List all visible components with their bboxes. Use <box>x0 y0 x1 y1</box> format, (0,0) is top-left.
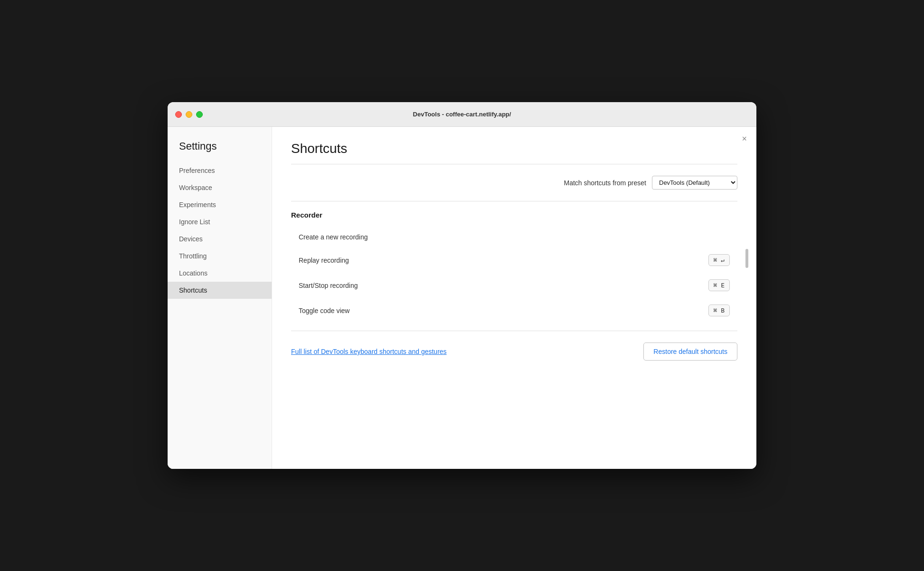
shortcut-label-startstop: Start/Stop recording <box>299 282 708 289</box>
maximize-traffic-light[interactable] <box>196 111 203 118</box>
titlebar: DevTools - coffee-cart.netlify.app/ <box>168 102 756 127</box>
sidebar-item-experiments[interactable]: Experiments <box>168 196 272 213</box>
sidebar-item-shortcuts[interactable]: Shortcuts <box>168 282 272 299</box>
shortcut-row-startstop: Start/Stop recording ⌘ E <box>291 273 737 298</box>
devtools-window: DevTools - coffee-cart.netlify.app/ Sett… <box>168 102 756 469</box>
preset-select[interactable]: DevTools (Default) Visual Studio Code <box>652 176 737 190</box>
sidebar-heading: Settings <box>168 140 272 162</box>
window-title: DevTools - coffee-cart.netlify.app/ <box>413 111 511 118</box>
sidebar-item-ignore-list[interactable]: Ignore List <box>168 213 272 230</box>
preset-label: Match shortcuts from preset <box>564 179 646 187</box>
sidebar-item-preferences[interactable]: Preferences <box>168 162 272 179</box>
shortcut-label-create: Create a new recording <box>299 233 730 241</box>
key-badge-toggle: ⌘ B <box>708 305 730 316</box>
minimize-traffic-light[interactable] <box>186 111 192 118</box>
sidebar-item-throttling[interactable]: Throttling <box>168 247 272 265</box>
sidebar-item-locations[interactable]: Locations <box>168 265 272 282</box>
main-content: × Shortcuts Match shortcuts from preset … <box>272 127 756 469</box>
section-divider <box>291 201 737 201</box>
close-button[interactable]: × <box>742 134 747 143</box>
sidebar-item-devices[interactable]: Devices <box>168 230 272 247</box>
close-traffic-light[interactable] <box>175 111 182 118</box>
sidebar: Settings Preferences Workspace Experimen… <box>168 127 272 469</box>
footer: Full list of DevTools keyboard shortcuts… <box>291 331 737 364</box>
shortcuts-section: Recorder Create a new recording Replay r… <box>291 211 737 323</box>
traffic-lights <box>175 111 203 118</box>
scrollbar-track[interactable] <box>745 211 749 323</box>
restore-defaults-button[interactable]: Restore default shortcuts <box>643 343 737 361</box>
scrollbar-thumb <box>745 249 748 268</box>
full-list-link[interactable]: Full list of DevTools keyboard shortcuts… <box>291 348 447 355</box>
shortcut-row-replay: Replay recording ⌘ ↵ <box>291 247 737 273</box>
page-title: Shortcuts <box>291 141 737 156</box>
top-divider <box>291 164 737 164</box>
shortcut-label-toggle: Toggle code view <box>299 307 708 314</box>
preset-row: Match shortcuts from preset DevTools (De… <box>291 176 737 190</box>
key-badge-startstop: ⌘ E <box>708 279 730 291</box>
key-badge-replay: ⌘ ↵ <box>708 254 730 266</box>
recorder-section-title: Recorder <box>291 211 737 219</box>
shortcut-row-toggle: Toggle code view ⌘ B <box>291 298 737 323</box>
sidebar-item-workspace[interactable]: Workspace <box>168 179 272 196</box>
shortcut-row-create: Create a new recording <box>291 227 737 247</box>
content-area: Settings Preferences Workspace Experimen… <box>168 127 756 469</box>
shortcut-label-replay: Replay recording <box>299 257 708 264</box>
